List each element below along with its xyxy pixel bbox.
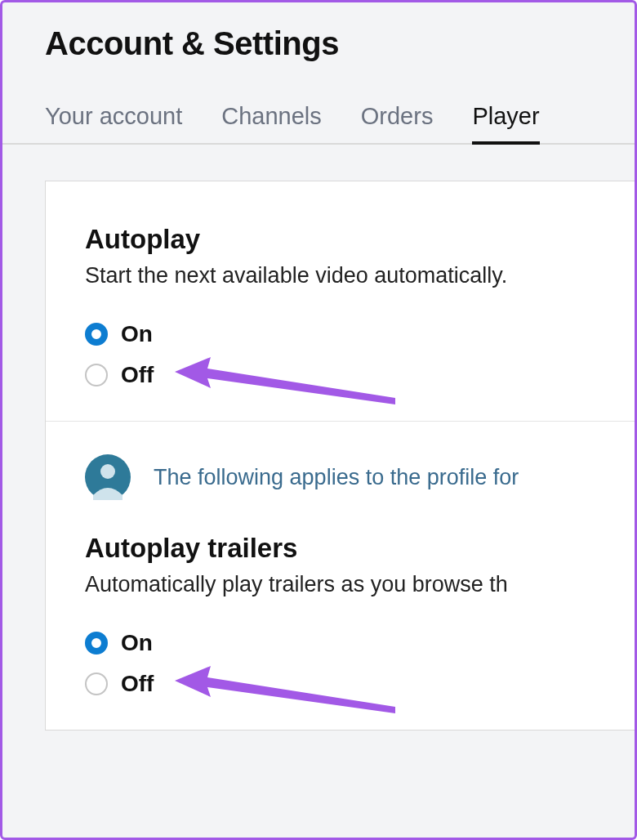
autoplay-radio-group: On Off [85, 321, 637, 388]
autoplay-description: Start the next available video automatic… [85, 263, 637, 288]
page-title: Account & Settings [45, 25, 635, 62]
autoplay-title: Autoplay [85, 224, 637, 255]
tabs-nav: Your account Channels Orders Player [2, 101, 635, 145]
avatar-icon [85, 454, 131, 500]
autoplay-on-radio[interactable]: On [85, 321, 637, 347]
profile-section: The following applies to the profile for… [46, 421, 637, 730]
tab-channels[interactable]: Channels [221, 103, 322, 145]
radio-icon [85, 632, 108, 655]
settings-frame: Account & Settings Your account Channels… [0, 0, 637, 840]
tab-player[interactable]: Player [472, 103, 539, 145]
autoplay-trailers-off-radio[interactable]: Off [85, 671, 637, 697]
radio-label: On [121, 321, 153, 347]
radio-icon [85, 323, 108, 346]
svg-marker-3 [175, 666, 395, 713]
tab-your-account[interactable]: Your account [45, 103, 182, 145]
annotation-arrow-icon [175, 357, 403, 414]
annotation-arrow-icon [175, 666, 403, 723]
autoplay-trailers-section: Autoplay trailers Automatically play tra… [46, 525, 637, 730]
autoplay-trailers-title: Autoplay trailers [85, 533, 637, 564]
svg-marker-0 [175, 357, 395, 404]
svg-point-2 [100, 464, 115, 479]
profile-banner-text: The following applies to the profile for [154, 465, 519, 490]
profile-banner: The following applies to the profile for [46, 422, 637, 525]
autoplay-off-radio[interactable]: Off [85, 362, 637, 388]
radio-icon [85, 672, 108, 695]
autoplay-trailers-radio-group: On Off [85, 630, 637, 697]
autoplay-section: Autoplay Start the next available video … [46, 181, 637, 421]
radio-label: On [121, 630, 153, 656]
autoplay-trailers-description: Automatically play trailers as you brows… [85, 572, 637, 597]
autoplay-trailers-on-radio[interactable]: On [85, 630, 637, 656]
radio-icon [85, 364, 108, 386]
player-settings-panel: Autoplay Start the next available video … [45, 181, 637, 731]
radio-label: Off [121, 671, 154, 697]
radio-label: Off [121, 362, 154, 388]
header: Account & Settings [2, 2, 635, 62]
tab-orders[interactable]: Orders [361, 103, 434, 145]
